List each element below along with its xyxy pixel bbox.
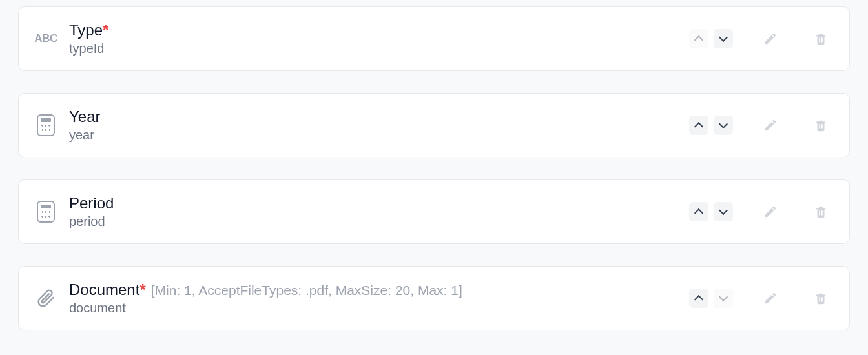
field-row: Periodperiod (18, 179, 850, 244)
delete-icon (814, 204, 828, 219)
field-label: Period (69, 194, 689, 213)
field-actions (689, 112, 834, 138)
field-row: Document*[Min: 1, AcceptFileTypes: .pdf,… (18, 266, 850, 330)
field-id: document (69, 301, 689, 316)
edit-button[interactable] (758, 285, 783, 311)
calculator-icon (37, 114, 55, 136)
field-row: ABCType*typeId (18, 6, 850, 71)
move-down-button[interactable] (714, 116, 733, 135)
field-label-text: Type (69, 21, 103, 39)
chevron-down-icon (719, 119, 728, 128)
field-label-text: Period (69, 194, 114, 212)
delete-icon (814, 31, 828, 46)
attachment-icon (36, 289, 56, 308)
move-down-button[interactable] (714, 202, 733, 221)
type-icon: ABC (32, 32, 60, 45)
move-up-button (689, 29, 708, 48)
delete-button[interactable] (808, 26, 834, 52)
move-up-button[interactable] (689, 202, 708, 221)
field-actions (689, 285, 834, 311)
field-info: Document*[Min: 1, AcceptFileTypes: .pdf,… (69, 281, 689, 316)
field-label: Year (69, 108, 689, 127)
type-icon (32, 114, 60, 136)
delete-button[interactable] (808, 199, 834, 225)
calculator-icon (37, 201, 55, 223)
chevron-down-icon (719, 292, 728, 301)
field-row: Yearyear (18, 93, 850, 157)
field-label-text: Document (69, 281, 140, 298)
delete-button[interactable] (808, 285, 834, 311)
field-label: Type* (69, 21, 689, 40)
move-down-button (714, 289, 733, 308)
type-icon (32, 201, 60, 223)
field-info: Yearyear (69, 108, 689, 143)
chevron-down-icon (719, 33, 728, 42)
delete-button[interactable] (808, 112, 834, 138)
edit-icon (763, 32, 778, 46)
chevron-up-icon (694, 36, 703, 45)
chevron-up-icon (694, 295, 703, 304)
required-mark: * (103, 21, 108, 39)
delete-icon (814, 117, 828, 133)
move-up-button[interactable] (689, 289, 708, 308)
edit-icon (763, 205, 778, 219)
field-info: Type*typeId (69, 21, 689, 56)
type-icon (32, 289, 60, 308)
field-id: typeId (69, 41, 689, 56)
chevron-down-icon (719, 206, 728, 215)
field-label-text: Year (69, 108, 101, 125)
chevron-up-icon (694, 208, 703, 218)
field-actions (689, 199, 834, 225)
edit-button[interactable] (758, 199, 783, 225)
move-up-button[interactable] (689, 116, 708, 135)
delete-icon (814, 290, 828, 306)
field-hint: [Min: 1, AcceptFileTypes: .pdf, MaxSize:… (151, 283, 462, 298)
field-info: Periodperiod (69, 194, 689, 229)
move-down-button[interactable] (714, 29, 733, 48)
chevron-up-icon (694, 122, 703, 131)
field-actions (689, 26, 834, 52)
required-mark: * (140, 281, 145, 298)
field-id: period (69, 214, 689, 229)
field-id: year (69, 128, 689, 143)
edit-icon (763, 291, 778, 305)
field-label: Document*[Min: 1, AcceptFileTypes: .pdf,… (69, 281, 689, 299)
text-type-icon: ABC (34, 32, 57, 45)
edit-button[interactable] (758, 112, 783, 138)
edit-icon (763, 118, 778, 132)
edit-button[interactable] (758, 26, 783, 52)
